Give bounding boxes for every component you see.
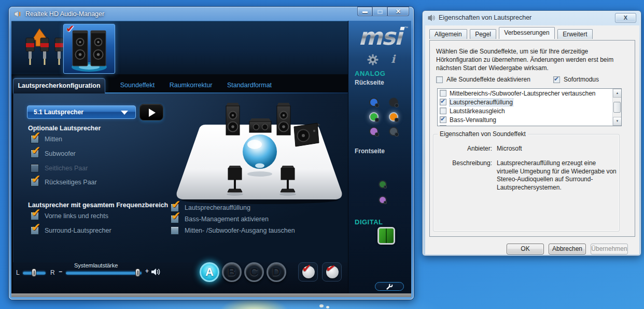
bottom-control-bar: L R − Systemlautstärke + A B C D ✔ [13,262,348,293]
volume-minus[interactable]: − [59,268,62,275]
settings-wrench-button[interactable] [375,282,404,291]
checkbox-subwoofer[interactable]: Subwoofer [31,150,76,158]
list-item-lautsprecherauffuellung[interactable]: Lautsprecherauffüllung [438,98,621,106]
checkbox-bass-management[interactable]: Bass-Management aktivieren [171,215,269,223]
list-item-bass-verwaltung[interactable]: Bass-Verwaltung [438,115,621,124]
scroll-up-button[interactable]: ▲ [613,89,622,98]
wallpaper-sparkle [326,306,329,308]
msi-trademark: ™ [404,26,408,30]
front-panel-label: Frontseite [355,147,385,155]
ok-button[interactable]: OK [507,244,544,254]
close-icon: ✕ [388,8,409,15]
volume-speaker-icon[interactable] [151,268,161,276]
checkbox-box [440,125,446,126]
gear-icon[interactable] [367,54,379,65]
apply-button[interactable]: Übernehmen [591,244,628,254]
scroll-down-button[interactable]: ▼ [613,117,622,126]
speaker-config-panel: 5.1 Lautsprecher Optionale Lautsprecher … [13,93,348,262]
tab-raumkorrektur[interactable]: Raumkorrektur [164,78,217,92]
realtek-window: Realtek HD Audio-Manager ✕ [9,7,414,300]
test-play-button[interactable] [139,104,163,120]
info-icon[interactable]: i [391,52,395,65]
checkbox-box [31,135,39,143]
maximize-button[interactable] [372,7,387,16]
description-label: Beschreibung: [438,159,492,167]
provider-label: Anbieter: [438,145,492,152]
back-panel-label: Rückseite [355,79,384,86]
tab-pegel[interactable]: Pegel [470,29,496,39]
profile-b-button[interactable]: B [222,262,242,282]
checkbox-box [436,76,443,83]
checkbox-box [31,212,39,220]
checkbox-box [171,226,179,235]
list-item-vertauschen[interactable]: Mittelbereichs-/Subwoofer-Lautsprecher v… [438,89,621,98]
checkbox-box [31,164,39,172]
tab-lautsprecherkonfiguration[interactable]: Lautsprecherkonfiguration [13,78,105,93]
speaker-config-select[interactable]: 5.1 Lautsprecher [27,105,136,119]
realtek-titlebar[interactable]: Realtek HD Audio-Manager [9,7,414,21]
effects-listbox[interactable]: Mittelbereichs-/Subwoofer-Lautsprecher v… [437,88,622,126]
default-device-check-icon: ✔ [66,22,75,35]
immediate-mode-checkbox[interactable]: Sofortmodus [553,76,599,83]
front-jack-pink[interactable] [380,197,386,203]
provider-value: Microsoft [497,145,617,153]
profile-a-button[interactable]: A [200,262,219,282]
balance-slider[interactable] [23,271,46,275]
tab-allgemein[interactable]: Allgemein [429,29,467,39]
profile-d-button[interactable]: D [267,262,286,282]
tab-verbesserungen[interactable]: Verbesserungen [499,27,554,39]
cancel-button[interactable]: Abbrechen [549,244,586,254]
tab-soundeffekt[interactable]: Soundeffekt [113,78,162,92]
minimize-button[interactable] [357,7,372,16]
tab-standardformat[interactable]: Standardformat [221,78,277,92]
volume-slider[interactable] [66,271,142,275]
checkbox-seitliches-paar[interactable]: Seitliches Paar [31,164,88,172]
checkbox-surround-lautsprecher[interactable]: Surround-Lautsprecher [31,226,111,235]
jack-green-front-out[interactable] [370,113,377,120]
balance-slider-thumb[interactable] [32,268,36,277]
dialog-titlebar[interactable]: Eigenschaften von Lautsprecher [428,14,531,21]
fullrange-heading: Lautsprecher mit gesamtem Frequenzbereic… [28,201,168,209]
rca-connectors-icon[interactable] [22,26,69,71]
device-bar: ✔ [11,21,348,74]
group-title: Eigenschaften von Soundeffekt [438,130,528,138]
disable-all-effects-checkbox[interactable]: Alle Soundeffekte deaktivieren [436,76,530,83]
speaker-app-icon [14,10,22,18]
analog-label: ANALOG [355,70,385,77]
list-item-lautstaerkeausgleich[interactable]: Lautstärkeausgleich [438,106,621,115]
window-controls: ✕ [357,7,409,16]
jack-blue-line-in[interactable] [370,99,377,106]
speaker-layout-illustration [173,97,346,205]
checkbox-rueckseitiges-paar[interactable]: Rückseitiges Paar [31,178,97,186]
volume-plus[interactable]: + [145,267,149,275]
center-speaker [249,118,271,132]
tab-erweitert[interactable]: Erweitert [557,29,592,39]
dialog-tabs: Allgemein Pegel Verbesserungen Erweitert [429,29,593,41]
scroll-thumb[interactable] [613,102,621,113]
close-button[interactable]: ✕ [387,7,409,16]
front-jack-green[interactable] [380,181,386,187]
jack-grey-side-out[interactable] [390,128,397,135]
checkbox-mitten[interactable]: Mitten [31,135,62,143]
jack-pink-mic-in[interactable] [370,128,377,135]
profile-c-button[interactable]: C [244,262,264,282]
minimize-icon [362,11,368,13]
checkbox-sub-ausgang-tauschen[interactable]: Mitten- /Subwoofer-Ausgang tauschen [171,226,295,235]
jack-orange-center-sub[interactable] [390,113,397,120]
jack-black-rear-out[interactable] [390,99,397,106]
list-item-partial[interactable] [438,124,621,126]
enhancements-tab-page: Wählen Sie die Soundeffekte, um sie für … [429,40,635,237]
checkbox-vorne-links-rechts[interactable]: Vorne links und rechts [31,212,108,220]
checkbox-box [440,116,446,123]
wrench-icon [386,283,393,290]
rear-left-speaker [226,103,240,135]
edit-profile-button[interactable]: ✔ [322,262,342,281]
dialog-close-button[interactable]: X [615,13,636,23]
list-scrollbar[interactable]: ▲ ▼ [612,89,621,126]
volume-slider-thumb[interactable] [135,268,140,277]
optical-spdif-port[interactable] [377,227,395,245]
active-device-speakers[interactable]: ✔ [63,24,115,74]
io-panel: msi ™ i ANALOG Rückseite [348,21,411,293]
apply-profile-button[interactable]: ✔ [298,262,318,281]
rear-right-speaker [277,103,290,135]
